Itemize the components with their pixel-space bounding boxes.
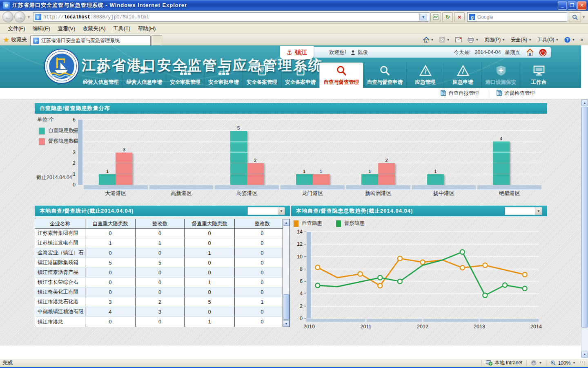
table-row[interactable]: 镇江李长荣综合石0010	[35, 278, 290, 287]
help-dropdown-icon[interactable]: ▼	[572, 38, 575, 42]
search-input[interactable]: g Google	[467, 12, 567, 22]
subnav-item-自查自报管理[interactable]: 自查自报管理	[433, 90, 486, 97]
url-dropdown-icon[interactable]: ▼	[419, 14, 427, 20]
stop-button[interactable]: ×	[454, 12, 465, 22]
data-point-marker	[460, 250, 465, 254]
nav-item-港口设施保安[interactable]: 港口设施保安	[481, 63, 520, 88]
nav-item-安全审批申请[interactable]: 安全审批申请	[204, 63, 243, 88]
help-button[interactable]: ? ▼	[562, 36, 577, 44]
table-cell: 0	[85, 317, 135, 327]
nav-item-应急申请[interactable]: 应急申请	[444, 63, 481, 88]
nav-item-经营人信息管理[interactable]: 经营人信息管理	[79, 63, 122, 88]
table-row[interactable]: 镇江市港龙石化港3251	[35, 297, 290, 307]
new-tab-button[interactable]	[151, 35, 162, 45]
table-scrollbar-thumb[interactable]	[283, 294, 290, 320]
logout-power-icon[interactable]	[539, 49, 547, 56]
nav-item-自查与督查申请[interactable]: 自查与督查申请	[363, 63, 407, 88]
print-dropdown-icon[interactable]: ▼	[475, 38, 479, 42]
restore-button[interactable]: ❐	[568, 1, 577, 10]
protected-mode-control[interactable]: ▼	[526, 360, 546, 366]
chevron-down-icon[interactable]: ▼	[539, 361, 542, 365]
subnav-item-监督检查管理[interactable]: 监督检查管理	[489, 90, 542, 97]
page-scrollbar-thumb[interactable]	[581, 107, 588, 328]
scroll-up-icon[interactable]: ▲	[283, 219, 290, 226]
page-menu-button[interactable]: 页面(P)▼	[482, 36, 507, 44]
home-button[interactable]: ▼	[421, 36, 436, 44]
nav-item-label: 安全审批申请	[208, 79, 239, 86]
table-row[interactable]: 江苏索普集团有限0000	[35, 229, 290, 238]
back-button[interactable]: ←	[2, 11, 13, 22]
overflow-chevron-icon[interactable]: »	[579, 37, 585, 43]
bar-chart-panel: 自查隐患/督查隐患数量分布 单位:个 自查隐患数量督察隐患数量 截止2014.0…	[35, 103, 547, 197]
nav-item-应急管理[interactable]: 应急管理	[406, 63, 444, 88]
feeds-button[interactable]: ▼	[437, 36, 452, 43]
minimize-button[interactable]: _	[558, 1, 567, 10]
nav-item-label: 自查与督查申请	[367, 79, 403, 86]
refresh-button[interactable]: ↻	[442, 12, 453, 22]
history-dropdown-icon[interactable]: ▼	[27, 15, 31, 19]
table-cell: 1	[234, 297, 290, 307]
scroll-down-icon[interactable]: ▼	[283, 320, 290, 327]
menu-item[interactable]: 帮助(H)	[134, 24, 159, 33]
read-mail-button[interactable]	[453, 36, 464, 43]
menu-item[interactable]: 编辑(E)	[29, 24, 54, 33]
nav-item-工作台[interactable]: 工作台	[520, 63, 557, 88]
feeds-dropdown-icon[interactable]: ▼	[446, 38, 450, 42]
table-row[interactable]: 镇江恒泰沥青产品0000	[35, 268, 290, 278]
table-row[interactable]: 镇江港国际集装箱5500	[35, 258, 290, 268]
menu-item[interactable]: 工具(T)	[109, 24, 134, 33]
menu-item[interactable]: 文件(F)	[4, 24, 29, 33]
table-cell: 镇江市港龙石化港	[35, 297, 85, 307]
search-dropdown-icon[interactable]: ▼	[582, 15, 586, 19]
favorites-button[interactable]: ★ 收藏夹	[2, 34, 30, 45]
zoom-control[interactable]: 100% ▼	[546, 360, 580, 366]
chevron-down-icon[interactable]: ▼	[278, 207, 285, 215]
welcome-text: 欢迎您!	[329, 49, 346, 56]
nav-item-label: 经营人信息管理	[83, 79, 119, 86]
nav-item-安全备案管理[interactable]: 安全备案管理	[243, 63, 281, 88]
chevron-down-icon[interactable]: ▼	[572, 361, 576, 365]
table-cell: 5	[135, 258, 184, 267]
table-scrollbar[interactable]: ▲ ▼	[283, 219, 290, 327]
x-axis-category-label: 大港港区	[83, 190, 149, 197]
search-button[interactable]	[569, 12, 581, 22]
table-row[interactable]: 江苏镇江发电有限1100	[35, 238, 290, 248]
table-row[interactable]: 金海宏业（镇江）石0010	[35, 248, 290, 258]
scroll-down-icon[interactable]: ▼	[581, 351, 588, 358]
menu-item[interactable]: 查看(V)	[54, 24, 79, 33]
table-row[interactable]: 镇江市港龙0010	[35, 317, 290, 327]
home-shortcut-icon[interactable]	[526, 49, 534, 56]
compatibility-button[interactable]	[430, 12, 441, 22]
nav-item-自查与督查管理[interactable]: 自查与督查管理	[319, 63, 363, 88]
x-axis-category-label: 龙门港区	[280, 190, 345, 197]
resize-grip[interactable]	[580, 361, 586, 365]
table-cell: 1	[135, 238, 184, 248]
safety-menu-button[interactable]: 安全(S)▼	[509, 36, 534, 44]
browser-tab[interactable]: e 江苏省港口安全监管与应急管理系统	[30, 35, 151, 45]
x-axis-tick-label: 2012	[417, 324, 428, 330]
home-dropdown-icon[interactable]: ▼	[431, 38, 434, 42]
page-scrollbar[interactable]: ▲ ▼	[581, 99, 588, 358]
close-button[interactable]: ✕	[577, 1, 586, 10]
table-cell: 0	[184, 258, 234, 267]
table-cell: 镇江市港龙	[35, 317, 85, 327]
data-point-marker	[398, 279, 402, 284]
tools-menu-button[interactable]: 工具(O)▼	[535, 36, 561, 44]
line-filter-dropdown[interactable]: ▼	[505, 207, 542, 215]
bar-value-label: 2	[254, 158, 256, 163]
table-filter-dropdown[interactable]: ▼	[247, 207, 285, 215]
url-field[interactable]: e http://localhost:8080/yjpt/Main.html ▼	[33, 12, 429, 22]
gridline	[83, 152, 542, 153]
nav-item-label: 安全审批管理	[170, 79, 200, 86]
bar-value-label: 5	[237, 126, 240, 130]
table-row[interactable]: 镇江奇美化工有限0000	[35, 287, 290, 297]
table-row[interactable]: 中储粮镇江粮油有限4300	[35, 307, 290, 317]
nav-item-经营人信息申请[interactable]: 经营人信息申请	[122, 63, 166, 88]
nav-item-安全审批管理[interactable]: 安全审批管理	[166, 63, 204, 88]
menu-item[interactable]: 收藏夹(A)	[79, 24, 109, 33]
chevron-down-icon[interactable]: ▼	[535, 207, 542, 215]
print-button[interactable]: ▼	[466, 36, 481, 43]
forward-button[interactable]: →	[14, 11, 25, 22]
nav-item-安全备案申请[interactable]: 安全备案申请	[281, 63, 319, 88]
scroll-up-icon[interactable]: ▲	[581, 99, 588, 106]
